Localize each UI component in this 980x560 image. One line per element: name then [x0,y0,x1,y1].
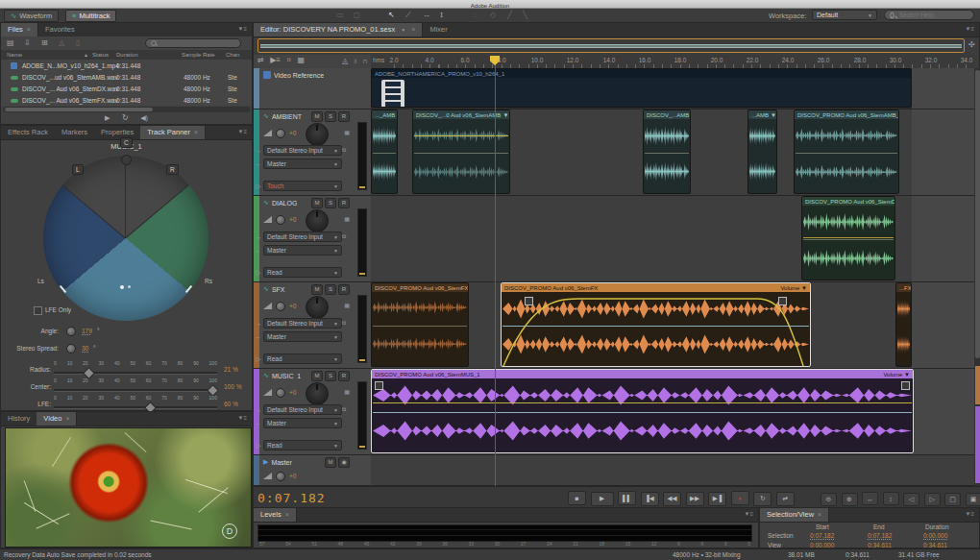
close-icon[interactable]: × [818,511,821,518]
pan-knob[interactable] [306,382,329,405]
clip-ambient-3[interactable]: DISCOV_...AMB▼ [643,110,691,194]
multitrack-view-button[interactable]: ≡ Multitrack [65,10,116,22]
track-color-strip[interactable] [254,68,259,109]
tab-levels[interactable]: Levels× [254,508,297,522]
chevron-down-icon[interactable]: ▼ [401,27,405,33]
tab-editor[interactable]: Editor: DISCOVERY NA PROMO_01.sesx ▼ × [254,23,423,37]
rewind-button[interactable]: ◀◀ [663,492,681,506]
preview-loop-button[interactable]: ↻ [122,113,129,122]
volume-knob[interactable] [276,215,285,225]
volume-knob[interactable] [276,302,285,311]
volume-value[interactable]: +0 [289,216,296,223]
keyframe-icon[interactable]: ▦ [344,388,350,395]
navigator-settings-icon[interactable]: ✣ [968,40,975,49]
pan-knob[interactable] [306,296,329,319]
center-value[interactable]: 100 % [224,383,241,390]
volume-knob[interactable] [276,129,285,138]
mute-button[interactable]: M [311,198,323,208]
pan-puck2[interactable] [128,285,131,288]
video-track-icon[interactable]: ▦ [298,56,306,64]
clip-sfx-2-selected[interactable]: DISCOV_PROMO Aud v06_StemFX Volume ▼ [501,282,811,367]
col-duration[interactable]: Duration [116,52,138,58]
patch-icon[interactable]: ⧉ [342,320,346,327]
search-help-input[interactable] [897,11,968,19]
mute-button[interactable]: M [311,284,323,295]
import-file-icon[interactable]: ⇩ [24,38,31,47]
zoom-vertical-button[interactable]: ↕ [883,492,899,505]
view-end[interactable]: 0:34.611 [868,542,892,548]
keyframe-icon[interactable]: ▦ [344,129,350,135]
panel-menu-icon[interactable]: ▼≡ [966,508,979,522]
lfe-slider[interactable] [54,406,217,409]
output-select[interactable]: Master▼ [263,331,342,342]
zoom-in-point-button[interactable]: ◁ [903,493,919,506]
track-lane-master[interactable] [371,455,974,486]
view-start[interactable]: 0:00.000 [810,542,834,548]
new-item-icon[interactable]: ⊞ [41,38,48,47]
editor-vscrollbar[interactable] [974,68,980,486]
radius-value[interactable]: 21 % [224,366,238,373]
clip-ambient-5[interactable]: DISCOV_PROMO Aud v06_StemAMB_a▼ [794,110,899,194]
angle-value[interactable]: 179 [82,328,92,334]
metronome-icon[interactable]: ◬ [342,57,348,65]
surround-pan-field[interactable] [43,156,208,321]
col-rate[interactable]: Sample Rate [182,52,215,58]
view-duration[interactable]: 0:34.611 [923,542,947,548]
zoom-in-button[interactable]: ⊕ [842,493,858,506]
track-name[interactable]: Video Reference [274,72,324,79]
angle-knob[interactable] [66,327,76,336]
track-name[interactable]: DIALOG [272,200,297,207]
volume-knob[interactable] [276,388,285,398]
panel-menu-icon[interactable]: ▼≡ [238,412,252,426]
clip-dialog-1[interactable]: DISCOV_PROMO Aud v06_StemDX▼ [801,196,895,280]
timeline-ruler[interactable]: hms 2.0 4.0 6.0 8.0 10.0 12.0 14.0 16.0 … [371,55,974,69]
clip-envelope-badge[interactable]: Volume ▼ [883,372,910,377]
tab-files[interactable]: Files× [1,23,38,37]
volume-value[interactable]: +0 [289,303,296,309]
close-icon[interactable]: × [27,26,31,33]
snap-icon[interactable]: ⇄ [257,56,264,64]
tab-markers[interactable]: Markers [55,126,94,139]
razor-tool-icon[interactable]: ⟋ [405,11,411,20]
fade-in-handle[interactable] [525,297,533,305]
tab-history[interactable]: History [1,412,37,426]
panel-menu-icon[interactable]: ▼≡ [966,23,979,37]
go-to-end-button[interactable]: ▶▐ [708,492,726,506]
panel-menu-icon[interactable]: ▼≡ [745,508,758,522]
skip-selection-button[interactable]: ⇄ [776,492,795,506]
waveform-view-button[interactable]: ∿ Waveform [4,10,59,22]
tab-favorites[interactable]: Favorites [38,23,82,37]
track-name[interactable]: Master [271,459,291,466]
arm-record-button[interactable]: R [338,111,350,122]
input-select[interactable]: Default Stereo Input▼ [263,404,342,415]
input-select[interactable]: Default Stereo Input▼ [263,231,342,242]
clip-ambient-1[interactable]: ..._AMB [371,110,398,194]
zoom-selection-button[interactable]: ▢ [944,493,961,506]
track-color-strip[interactable] [254,455,259,485]
selection-end[interactable]: 0:07.182 [868,532,892,539]
close-icon[interactable]: × [65,415,69,422]
tab-video[interactable]: Video× [37,412,77,426]
play-button[interactable]: ▶ [591,492,614,506]
preview-play-button[interactable]: ▶ [105,114,110,122]
loop-playback-button[interactable]: ↻ [753,492,772,506]
close-icon[interactable]: × [194,129,198,135]
fast-forward-button[interactable]: ▶▶ [686,492,704,506]
automation-mode-select[interactable]: Read▼ [263,267,342,278]
solo-button[interactable]: S [325,111,336,122]
solo-monitor-icon[interactable]: ♁ [353,57,358,65]
search-help-box[interactable] [884,10,974,20]
pan-knob[interactable] [306,123,329,146]
move-tool-icon[interactable]: ↖ [388,11,395,19]
output-select[interactable]: Master▼ [263,245,342,256]
fade-out-handle[interactable] [778,297,787,305]
playhead-line[interactable] [495,57,496,486]
clip-ambient-4[interactable]: ...AMB▼ [747,110,777,194]
solo-button[interactable]: S [325,284,336,295]
automation-mode-select[interactable]: Touch▼ [263,181,342,191]
track-lane-music[interactable]: DISCOV_PROMO Aud v06_StemMUS_1 Volume ▼ [371,369,974,455]
track-lane-dialog[interactable]: DISCOV_PROMO Aud v06_StemDX▼ [371,196,974,282]
output-select[interactable]: Master▼ [263,418,342,428]
stereo-spread-value[interactable]: 30 [82,345,88,352]
time-display[interactable]: 0:07.182 [257,491,326,505]
